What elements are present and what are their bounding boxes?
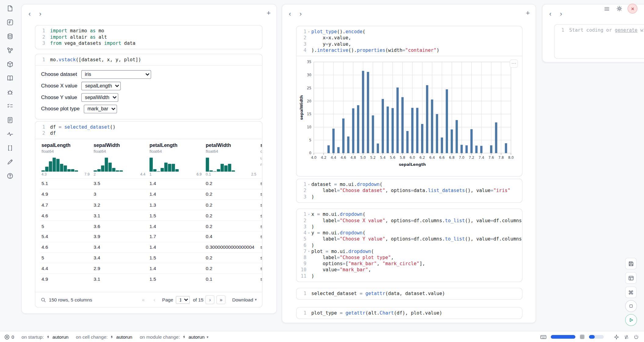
table-row[interactable]: 4.931.40.2setosa [40, 189, 262, 199]
module-change-autorun-setting[interactable]: on module change: autorun ▾ [140, 334, 208, 339]
download-button[interactable]: Download▾ [232, 297, 256, 302]
line-number: 1 [296, 310, 306, 316]
prev-page-button[interactable]: ‹ [150, 295, 159, 304]
lightning-icon [182, 335, 187, 339]
fold-chevron-icon [306, 291, 311, 297]
fold-chevron-icon [306, 261, 311, 267]
save-icon[interactable] [625, 258, 637, 269]
swap-icon[interactable] [624, 334, 629, 340]
first-page-button[interactable]: « [139, 295, 148, 304]
table-row[interactable]: 4.42.91.40.2setosa [40, 263, 262, 274]
fold-chevron-icon [45, 40, 50, 46]
cell-chart[interactable]: 1▾plot_type().encode(2 x=x.value,3 y=y.v… [296, 26, 522, 176]
notebook-column-2: ‹ › + 1▾plot_type().encode(2 x=x.value,3… [282, 4, 536, 323]
code-editor[interactable]: 1import marimo as mo2import altair as al… [35, 26, 262, 49]
plot-type-dropdown[interactable]: mark_bar [84, 105, 117, 113]
code-editor[interactable]: 1▾x = mo.ui.dropdown(2 label="Choose X v… [296, 209, 522, 282]
marimo-file-icon[interactable] [4, 17, 16, 27]
file-explorer-icon[interactable] [4, 3, 16, 13]
documentation-icon[interactable] [4, 73, 16, 83]
code-line: ) [311, 273, 314, 279]
tracing-icon[interactable] [4, 129, 16, 139]
page-count-label: of 15 [193, 297, 203, 302]
code-editor[interactable]: 1mo.vstack([dataset, x, y, plot]) [35, 54, 262, 65]
help-icon[interactable] [4, 171, 16, 180]
cpu-meter [551, 335, 575, 339]
stop-icon[interactable] [625, 300, 637, 312]
logs-icon[interactable] [4, 115, 16, 125]
search-icon[interactable] [41, 297, 46, 303]
dependency-graph-icon[interactable] [4, 45, 16, 55]
chevron-down-icon: ▾ [207, 335, 209, 339]
cell-vstack[interactable]: 1mo.vstack([dataset, x, y, plot]) Choose… [35, 54, 262, 119]
keyboard-icon[interactable] [540, 333, 547, 340]
table-row[interactable]: 4.93.11.50.1setosa [40, 273, 262, 284]
packages-icon[interactable] [4, 59, 16, 69]
cell-xy-plot-dropdowns[interactable]: 1▾x = mo.ui.dropdown(2 label="Choose X v… [296, 208, 522, 282]
snippets-icon[interactable] [4, 157, 16, 167]
code-editor[interactable]: 1selected_dataset = getattr(data, datase… [296, 288, 522, 299]
dataset-dropdown[interactable]: iris [81, 70, 151, 79]
memory-grid-icon[interactable] [580, 334, 585, 340]
cell-imports[interactable]: 1import marimo as mo2import altair as al… [35, 25, 262, 49]
table-row[interactable]: 53.61.40.2setosa [40, 221, 262, 231]
error-count-indicator[interactable]: 0 [4, 334, 14, 340]
next-page-button[interactable]: › [206, 295, 215, 304]
shutdown-close-icon[interactable] [628, 4, 637, 13]
table-summary: 150 rows, 5 columns [49, 297, 92, 302]
cell-dataset-dropdown[interactable]: 1▾dataset = mo.ui.dropdown(2 label="Choo… [296, 179, 522, 203]
x-value-dropdown[interactable]: sepalLength [81, 81, 121, 90]
code-editor[interactable]: 1plot_type = getattr(alt.Chart(df), plot… [296, 308, 522, 319]
settings-gear-icon[interactable] [615, 4, 624, 13]
column-header[interactable]: petalLengthfloat6416.9 [148, 139, 204, 178]
errors-icon[interactable] [4, 87, 16, 97]
datasets-icon[interactable] [4, 31, 16, 41]
column-header[interactable]: sepalLengthfloat644.37.9 [40, 139, 92, 178]
chevron-right-icon[interactable]: › [297, 10, 304, 18]
variables-icon[interactable] [4, 143, 16, 153]
svg-text:4.0: 4.0 [311, 155, 317, 160]
code-editor[interactable]: 1 Start coding or generate with AI [554, 25, 644, 36]
chevron-left-icon[interactable]: ‹ [26, 10, 33, 18]
checklist-icon[interactable] [4, 101, 16, 111]
y-value-dropdown[interactable]: sepalWidth [81, 93, 118, 102]
output-actions-icon[interactable]: ⋯ [510, 59, 518, 68]
cell-change-autorun-setting[interactable]: on cell change: autorun [76, 334, 132, 339]
chevron-right-icon[interactable]: › [557, 10, 565, 18]
menu-icon[interactable] [602, 4, 611, 13]
cell-selected-dataset[interactable]: 1selected_dataset = getattr(data, datase… [296, 288, 522, 300]
column-header[interactable]: sepalWidthfloat6424.4 [92, 139, 148, 178]
code-editor[interactable]: 1▾dataset = mo.ui.dropdown(2 label="Choo… [296, 179, 522, 202]
run-icon[interactable] [625, 314, 637, 326]
last-page-button[interactable]: » [216, 295, 226, 304]
table-row[interactable]: 4.73.21.30.2setosa [40, 199, 262, 210]
chevron-left-icon[interactable]: ‹ [286, 10, 294, 18]
page-select[interactable]: 1 [176, 296, 190, 304]
cell-scratch[interactable]: 1 Start coding or generate with AI [554, 24, 644, 59]
cell-dataframe[interactable]: 1df = selected_dataset()2df sepalLengthf… [35, 121, 262, 308]
code-editor[interactable]: 1▾plot_type().encode(2 x=x.value,3 y=y.v… [296, 26, 522, 56]
code-editor[interactable]: 1df = selected_dataset()2df [35, 122, 262, 139]
svg-text:sepalWidth: sepalWidth [299, 95, 304, 120]
power-icon[interactable] [633, 334, 639, 340]
startup-autorun-setting[interactable]: on startup: autorun [22, 334, 69, 339]
add-cell-icon[interactable]: + [267, 9, 270, 17]
table-row[interactable]: 4.63.11.50.2setosa [40, 210, 262, 221]
layout-grid-icon[interactable] [625, 272, 637, 284]
table-row[interactable]: 53.41.50.2setosa [40, 252, 262, 263]
fold-chevron-icon [306, 41, 311, 47]
sparkle-icon[interactable] [614, 334, 619, 340]
generate-link[interactable]: generate [615, 27, 638, 33]
altair-chart-output[interactable]: 051015202530354.04.24.44.64.85.05.25.45.… [296, 56, 522, 176]
bar-chart[interactable]: 051015202530354.04.24.44.64.85.05.25.45.… [299, 59, 517, 168]
cell-plot-type[interactable]: 1plot_type = getattr(alt.Chart(df), plot… [296, 307, 522, 319]
column-header[interactable]: speciesobjectuniquenulls: [259, 139, 262, 178]
add-cell-icon[interactable]: + [526, 9, 530, 17]
chevron-right-icon[interactable]: › [37, 10, 44, 18]
table-row[interactable]: 5.43.91.70.4setosa [40, 231, 262, 242]
table-row[interactable]: 4.63.41.40.30000000000000004setosa [40, 242, 262, 252]
command-palette-icon[interactable]: ⌘ [625, 287, 637, 298]
column-header[interactable]: petalWidthfloat640.12.5 [204, 139, 259, 178]
chevron-left-icon[interactable]: ‹ [547, 10, 554, 18]
table-row[interactable]: 5.13.51.40.2setosa [40, 178, 262, 189]
